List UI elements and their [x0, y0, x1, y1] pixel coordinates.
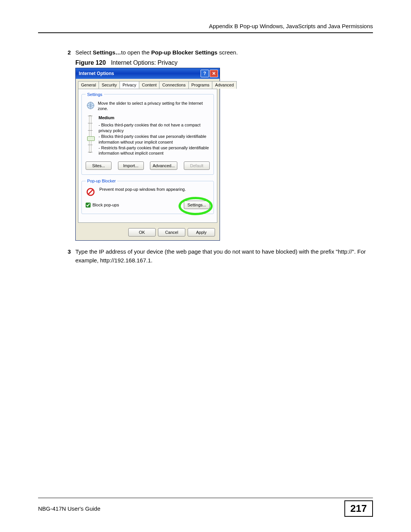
page-header: Appendix B Pop-up Windows, JavaScripts a… — [38, 23, 373, 33]
settings-group: Settings Move the slider to select a pri… — [81, 92, 214, 175]
advanced-button[interactable]: Advanced... — [150, 161, 177, 170]
step-2: 2 Select Settings…to open the Pop-up Blo… — [61, 48, 373, 57]
privacy-bullet-1: - Blocks third-party cookies that do not… — [99, 122, 210, 134]
privacy-bullet-3: - Restricts first-party cookies that use… — [99, 145, 210, 157]
step2-bold1: Settings… — [93, 49, 121, 56]
tab-advanced[interactable]: Advanced — [212, 81, 237, 89]
step2-bold2: Pop-up Blocker Settings — [151, 49, 217, 56]
step-3: 3 Type the IP address of your device (th… — [61, 248, 373, 265]
tab-content[interactable]: Content — [139, 81, 160, 89]
figure-label: Figure 120 — [75, 59, 106, 66]
tab-security[interactable]: Security — [99, 81, 120, 89]
popup-settings-button[interactable]: Settings... — [184, 201, 210, 209]
ok-button[interactable]: OK — [128, 228, 156, 236]
privacy-bullet-2: - Blocks third-party cookies that use pe… — [99, 134, 210, 145]
cancel-button[interactable]: Cancel — [158, 228, 185, 236]
page-number: 217 — [344, 500, 373, 517]
tab-general[interactable]: General — [78, 81, 99, 89]
step2-mid: to open the — [121, 49, 151, 56]
step-3-text: Type the IP address of your device (the … — [75, 248, 373, 265]
close-icon[interactable]: ✕ — [210, 70, 218, 77]
slider-track[interactable] — [89, 115, 91, 153]
settings-intro: Move the slider to select a privacy sett… — [98, 101, 210, 112]
apply-button[interactable]: Apply — [188, 228, 215, 236]
figure-title: Internet Options: Privacy — [111, 59, 177, 66]
slider-thumb[interactable] — [87, 136, 95, 141]
step-2-text: Select Settings…to open the Pop-up Block… — [75, 48, 373, 57]
tab-programs[interactable]: Programs — [188, 81, 213, 89]
tab-strip: General Security Privacy Content Connect… — [78, 81, 217, 89]
block-popups-label[interactable]: Block pop-ups — [86, 203, 119, 208]
footer-guide: NBG-417N User's Guide — [38, 505, 100, 512]
tab-connections[interactable]: Connections — [159, 81, 188, 89]
window-title: Internet Options — [79, 71, 200, 76]
import-button[interactable]: Import... — [118, 161, 144, 170]
settings-legend: Settings — [86, 92, 104, 97]
block-popups-text: Block pop-ups — [92, 203, 119, 207]
page-footer: NBG-417N User's Guide 217 — [38, 498, 373, 517]
step2-pre: Select — [75, 49, 93, 56]
popup-legend: Pop-up Blocker — [86, 179, 117, 183]
popup-blocker-group: Pop-up Blocker Prevent most pop-up windo… — [81, 179, 214, 214]
titlebar[interactable]: Internet Options ? ✕ — [76, 68, 220, 79]
blocked-icon — [86, 187, 96, 197]
sites-button[interactable]: Sites... — [86, 161, 112, 170]
step-2-number: 2 — [61, 49, 71, 56]
block-popups-checkbox[interactable] — [86, 203, 91, 208]
tab-privacy[interactable]: Privacy — [119, 81, 139, 89]
privacy-slider[interactable] — [86, 115, 95, 156]
step2-post: screen. — [217, 49, 237, 56]
help-icon[interactable]: ? — [201, 70, 209, 77]
popup-desc: Prevent most pop-up windows from appeari… — [99, 187, 186, 197]
globe-icon — [86, 101, 96, 110]
default-button[interactable]: Default — [184, 161, 210, 170]
figure-caption: Figure 120 Internet Options: Privacy — [75, 59, 373, 66]
privacy-level: Medium — [99, 115, 210, 120]
step-3-number: 3 — [61, 248, 71, 255]
internet-options-dialog: Internet Options ? ✕ General Security Pr… — [75, 68, 220, 241]
